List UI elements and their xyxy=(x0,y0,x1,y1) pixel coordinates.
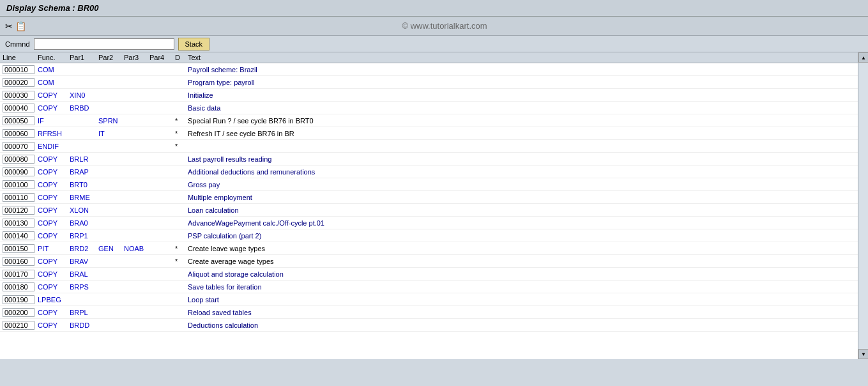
table-row[interactable]: 000140COPYBRP1PSP calculation (part 2) xyxy=(0,229,858,242)
table-row[interactable]: 000120COPYXLONLoan calculation xyxy=(0,204,858,217)
header-par3: Par3 xyxy=(124,54,149,61)
tool-icon-2[interactable]: 📋 xyxy=(15,21,26,31)
cell-text: Additional deductions and remunerations xyxy=(188,168,855,176)
table-row[interactable]: 000160COPYBRAV*Create average wage types xyxy=(0,255,858,268)
table-row[interactable]: 000020COMProgram type: payroll xyxy=(0,76,858,89)
cell-par1: BRAP xyxy=(70,168,98,176)
table-row[interactable]: 000130COPYBRA0AdvanceWagePayment calc./O… xyxy=(0,217,858,229)
table-row[interactable]: 000040COPYBRBDBasic data xyxy=(0,102,858,114)
cell-func: COPY xyxy=(38,155,70,163)
cell-text: Program type: payroll xyxy=(188,79,855,86)
table-body: 000010COMPayroll scheme: Brazil000020COM… xyxy=(0,63,858,332)
table-row[interactable]: 000150PITBRD2GENNOAB*Create leave wage t… xyxy=(0,242,858,255)
header-text: Text xyxy=(188,54,855,61)
table-row[interactable]: 000080COPYBRLRLast payroll results readi… xyxy=(0,153,858,166)
cell-line: 000050 xyxy=(3,116,38,125)
scrollbar[interactable]: ▲ ▼ xyxy=(858,52,868,359)
cell-text: Save tables for iteration xyxy=(188,283,855,291)
cell-text: AdvanceWagePayment calc./Off-cycle pt.01 xyxy=(188,219,855,227)
table-row[interactable]: 000050IFSPRN*Special Run ? / see cycle B… xyxy=(0,114,858,127)
cell-par1: BRME xyxy=(70,194,98,201)
cell-par1: BRD2 xyxy=(70,245,98,252)
cell-d: * xyxy=(175,117,188,125)
cell-text: Create leave wage types xyxy=(188,245,855,252)
cell-par2: IT xyxy=(98,130,124,137)
cell-line: 000150 xyxy=(3,244,38,253)
title-bar: Display Schema : BR00 xyxy=(0,0,868,17)
cell-line: 000070 xyxy=(3,142,38,151)
cell-par2: SPRN xyxy=(98,117,124,125)
header-par1: Par1 xyxy=(70,54,98,61)
cell-line: 000130 xyxy=(3,219,38,228)
table-container[interactable]: Line Func. Par1 Par2 Par3 Par4 D Text 00… xyxy=(0,52,858,359)
header-line: Line xyxy=(3,54,38,61)
table-row[interactable]: 000110COPYBRMEMultiple employment xyxy=(0,191,858,204)
table-row[interactable]: 000170COPYBRALAliquot and storage calcul… xyxy=(0,268,858,281)
table-row[interactable]: 000180COPYBRPSSave tables for iteration xyxy=(0,281,858,293)
table-row[interactable]: 000060RFRSHIT*Refresh IT / see cycle BR7… xyxy=(0,127,858,140)
cell-line: 000060 xyxy=(3,129,38,138)
cell-func: LPBEG xyxy=(38,296,70,304)
table-row[interactable]: 000070ENDIF* xyxy=(0,140,858,153)
scroll-track xyxy=(858,63,868,349)
cell-par1: BRAL xyxy=(70,270,98,278)
table-row[interactable]: 000100COPYBRT0Gross pay xyxy=(0,178,858,191)
scroll-up-icon[interactable]: ▲ xyxy=(858,52,868,63)
command-input[interactable] xyxy=(34,38,174,50)
cell-d: * xyxy=(175,143,188,150)
header-d: D xyxy=(175,54,188,61)
cell-text: Gross pay xyxy=(188,181,855,189)
cell-func: COPY xyxy=(38,181,70,189)
cell-par1: BRPS xyxy=(70,283,98,291)
table-row[interactable]: 000030COPYXIN0Initialize xyxy=(0,89,858,102)
cell-par1: BRAV xyxy=(70,258,98,265)
cell-line: 000180 xyxy=(3,282,38,291)
cell-func: RFRSH xyxy=(38,130,70,137)
header-par2: Par2 xyxy=(98,54,124,61)
cell-text: Multiple employment xyxy=(188,194,855,201)
cell-func: COPY xyxy=(38,206,70,214)
cell-par1: BRP1 xyxy=(70,232,98,240)
cell-d: * xyxy=(175,245,188,252)
scroll-down-icon[interactable]: ▼ xyxy=(858,349,868,359)
cell-text: Basic data xyxy=(188,104,855,112)
cell-text: Refresh IT / see cycle BR76 in BR xyxy=(188,130,855,137)
cell-text: Special Run ? / see cycle BR76 in BRT0 xyxy=(188,117,855,125)
stack-button[interactable]: Stack xyxy=(178,38,210,50)
cell-text: Aliquot and storage calculation xyxy=(188,270,855,278)
table-row[interactable]: 000010COMPayroll scheme: Brazil xyxy=(0,63,858,76)
cell-line: 000040 xyxy=(3,104,38,112)
command-label: Cmmnd xyxy=(5,40,30,48)
cell-line: 000110 xyxy=(3,193,38,202)
cell-par1: BRLR xyxy=(70,155,98,163)
watermark: © www.tutorialkart.com xyxy=(26,21,863,31)
cell-text: Loop start xyxy=(188,296,855,304)
cell-func: PIT xyxy=(38,245,70,252)
cell-par1: XLON xyxy=(70,206,98,214)
cell-d: * xyxy=(175,258,188,265)
table-row[interactable]: 000190LPBEGLoop start xyxy=(0,293,858,306)
cell-func: COPY xyxy=(38,104,70,112)
cell-line: 000200 xyxy=(3,308,38,317)
cell-func: COPY xyxy=(38,283,70,291)
cell-func: COPY xyxy=(38,168,70,176)
cell-func: COPY xyxy=(38,232,70,240)
command-bar: Cmmnd Stack xyxy=(0,36,868,52)
cell-line: 000010 xyxy=(3,65,38,74)
cell-par1: XIN0 xyxy=(70,91,98,99)
cell-func: COPY xyxy=(38,219,70,227)
tool-icon-1[interactable]: ✂ xyxy=(5,21,13,31)
cell-line: 000160 xyxy=(3,257,38,266)
cell-par1: BRA0 xyxy=(70,219,98,227)
cell-func: COPY xyxy=(38,321,70,329)
cell-d: * xyxy=(175,130,188,137)
cell-text: Loan calculation xyxy=(188,206,855,214)
table-row[interactable]: 000090COPYBRAPAdditional deductions and … xyxy=(0,166,858,178)
cell-func: COPY xyxy=(38,309,70,316)
cell-par1: BRBD xyxy=(70,104,98,112)
cell-line: 000080 xyxy=(3,155,38,164)
table-row[interactable]: 000200COPYBRPLReload saved tables xyxy=(0,306,858,319)
cell-func: COPY xyxy=(38,194,70,201)
table-row[interactable]: 000210COPYBRDDDeductions calculation xyxy=(0,319,858,332)
cell-func: IF xyxy=(38,117,70,125)
